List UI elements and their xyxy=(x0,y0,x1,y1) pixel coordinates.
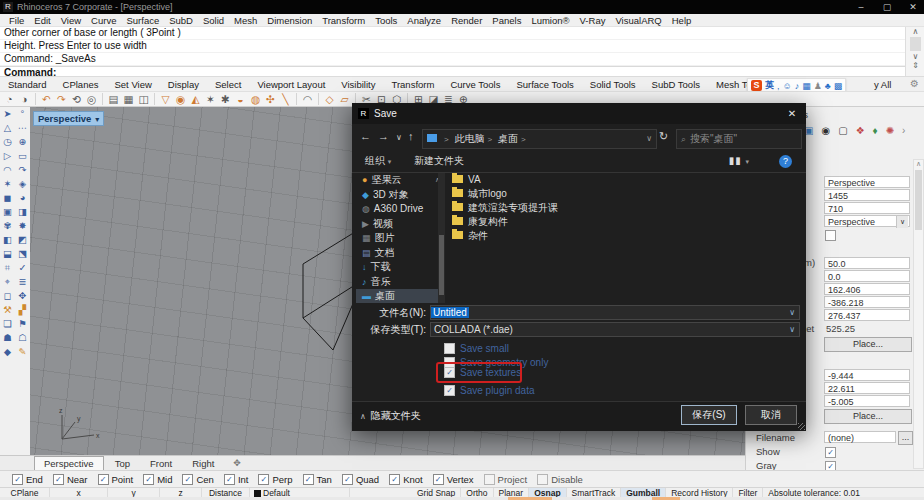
toolbar-icon-7[interactable]: ▤ xyxy=(107,93,120,105)
osnap-disable[interactable]: Disable xyxy=(537,474,583,485)
menu-subd[interactable]: SubD xyxy=(164,15,198,26)
checkbox-checked-icon[interactable]: ✓ xyxy=(389,474,400,485)
menu-render[interactable]: Render xyxy=(446,15,487,26)
toolbar-icon-2[interactable]: ◑ xyxy=(18,93,31,105)
sidebar-tool-icon-1[interactable]: ➤ xyxy=(0,107,15,121)
tree-item-videos[interactable]: ▶视频 xyxy=(356,217,442,232)
tree-scrollbar[interactable] xyxy=(438,173,445,303)
checkbox-checked-icon[interactable]: ✓ xyxy=(12,474,23,485)
panel-tab-materials-icon[interactable]: ❖ xyxy=(856,125,865,136)
panel-scrollbar[interactable]: ∧ xyxy=(913,159,924,469)
search-box[interactable]: ⌕搜索"桌面" xyxy=(676,129,802,149)
sidebar-tool-icon-2[interactable]: ° xyxy=(15,107,30,121)
chevron-down-icon[interactable]: ∨ xyxy=(896,216,908,228)
checkbox-checked-icon[interactable]: ✓ xyxy=(182,474,193,485)
filename-input[interactable]: Untitled ∨ xyxy=(430,305,800,320)
sidebar-tool-icon-8[interactable]: ▭ xyxy=(15,149,30,163)
osnap-cen[interactable]: ✓Cen xyxy=(182,474,213,485)
sidebar-tool-icon-5[interactable]: ◷ xyxy=(0,135,15,149)
folder-item-arch-course[interactable]: 建筑渲染专项提升课 xyxy=(452,201,800,215)
menu-lumion[interactable]: Lumion® xyxy=(526,15,574,26)
sidebar-tool-icon-31[interactable]: ❏ xyxy=(0,317,15,331)
show-checkbox[interactable]: ✓ xyxy=(825,447,836,458)
viewport-tab-top[interactable]: Top xyxy=(106,457,139,470)
breadcrumb-bar[interactable]: > 此电脑> 桌面> ∨ xyxy=(422,129,657,149)
menu-transform[interactable]: Transform xyxy=(317,15,370,26)
panel-scroll-up-icon[interactable]: ∧ xyxy=(914,160,923,168)
camera-x-field[interactable]: 162.406 xyxy=(824,283,910,295)
tree-item-desktop[interactable]: ▬桌面 xyxy=(356,289,442,303)
menu-vray[interactable]: V-Ray xyxy=(575,15,611,26)
osnap-near[interactable]: ✓Near xyxy=(53,474,88,485)
menu-analyze[interactable]: Analyze xyxy=(402,15,446,26)
tab-subd-tools[interactable]: SubD Tools xyxy=(644,79,708,90)
viewport-height-field[interactable]: 710 xyxy=(824,202,910,214)
scroll-up-icon[interactable]: ∧ xyxy=(906,27,924,36)
sidebar-tool-icon-3[interactable]: △ xyxy=(0,121,15,135)
osnap-point[interactable]: ✓Point xyxy=(98,474,134,485)
tab-standard[interactable]: Standard xyxy=(0,79,55,90)
panel-scroll-thumb[interactable] xyxy=(915,170,922,230)
view-mode-icon[interactable]: ▮▮ ▾ xyxy=(729,151,750,172)
refresh-icon[interactable]: ↻ xyxy=(659,130,668,143)
checkbox-checked-icon[interactable]: ✓ xyxy=(143,474,154,485)
sidebar-tool-icon-30[interactable]: ▞ xyxy=(15,303,30,317)
tab-solid-tools[interactable]: Solid Tools xyxy=(582,79,644,90)
osnap-project[interactable]: Project xyxy=(484,474,528,485)
sidebar-tool-icon-20[interactable]: ◩ xyxy=(15,233,30,247)
sidebar-tool-icon-18[interactable]: ✸ xyxy=(15,219,30,233)
scroll-down-icon[interactable]: ∨ xyxy=(906,52,924,61)
viewport-tab-right[interactable]: Right xyxy=(183,457,223,470)
osnap-perp[interactable]: ✓Perp xyxy=(258,474,292,485)
maximize-button[interactable]: ▢ xyxy=(876,0,898,14)
address-dropdown-icon[interactable]: ∨ xyxy=(646,130,652,148)
panel-tab-camera-icon[interactable]: ◉ xyxy=(821,125,830,136)
toolbar-icon-14[interactable]: ✱ xyxy=(219,93,232,105)
sidebar-tool-icon-22[interactable]: ⬔ xyxy=(15,247,30,261)
menu-dimension[interactable]: Dimension xyxy=(262,15,317,26)
menu-file[interactable]: File xyxy=(4,15,29,26)
viewport-width-field[interactable]: 1455 xyxy=(824,189,910,201)
tree-item-music[interactable]: ♪音乐 xyxy=(356,275,442,290)
up-icon[interactable]: ↑ xyxy=(408,130,414,142)
menu-curve[interactable]: Curve xyxy=(86,15,121,26)
tree-item-pictures[interactable]: ▦图片 xyxy=(356,231,442,246)
menu-solid[interactable]: Solid xyxy=(198,15,229,26)
ime-voice-icon[interactable]: ♪ xyxy=(795,81,800,91)
place-target-button[interactable]: Place... xyxy=(824,409,912,424)
tab-curve-tools[interactable]: Curve Tools xyxy=(442,79,508,90)
history-chevron-icon[interactable]: ∨ xyxy=(396,133,402,142)
panel-tab-display-icon[interactable]: ▢ xyxy=(838,125,847,136)
toolbar-icon-12[interactable]: ◭ xyxy=(189,93,202,105)
target-y-field[interactable]: 22.611 xyxy=(824,382,910,394)
breadcrumb-desktop[interactable]: 桌面 xyxy=(498,133,518,144)
toolbar-icon-20[interactable]: ◇ xyxy=(323,93,336,105)
checkbox-checked-icon[interactable]: ✓ xyxy=(433,474,444,485)
checkbox-unchecked-icon[interactable] xyxy=(444,343,455,354)
sidebar-tool-icon-11[interactable]: ✶ xyxy=(0,177,15,191)
menu-tools[interactable]: Tools xyxy=(370,15,402,26)
command-scrollbar[interactable]: ∧ ∨ ⇕ xyxy=(905,27,924,76)
place-camera-button[interactable]: Place... xyxy=(824,337,912,352)
ime-emoji-icon[interactable]: ☺ xyxy=(783,81,792,91)
checkbox-checked-icon[interactable]: ✓ xyxy=(53,474,64,485)
panel-tab-overflow-icon[interactable]: › xyxy=(902,125,905,136)
sidebar-tool-icon-13[interactable]: ◼ xyxy=(0,191,15,205)
sidebar-tool-icon-23[interactable]: ⌗ xyxy=(0,261,15,275)
sidebar-tool-icon-12[interactable]: ◈ xyxy=(15,177,30,191)
osnap-quad[interactable]: ✓Quad xyxy=(342,474,379,485)
option-save-small[interactable]: Save small xyxy=(444,341,509,355)
toolbar-icon-16[interactable]: ◍ xyxy=(249,93,262,105)
toolbar-icon-18[interactable]: ╲ xyxy=(279,93,292,105)
toolbar-icon-21[interactable]: ▱ xyxy=(338,93,351,105)
viewport-tab-perspective[interactable]: Perspective xyxy=(34,456,104,470)
checkbox-checked-icon[interactable]: ✓ xyxy=(258,474,269,485)
toolbar-icon-3[interactable]: ↶ xyxy=(40,93,53,105)
toolbar-icon-8[interactable]: ▦ xyxy=(122,93,135,105)
menu-surface[interactable]: Surface xyxy=(121,15,164,26)
checkbox-checked-icon[interactable]: ✓ xyxy=(98,474,109,485)
sidebar-tool-icon-9[interactable]: ◠ xyxy=(0,163,15,177)
viewport-title-field[interactable]: Perspective xyxy=(824,176,910,188)
sidebar-tool-icon-34[interactable]: ☖ xyxy=(15,331,30,345)
breadcrumb-this-pc[interactable]: 此电脑 xyxy=(454,133,484,144)
